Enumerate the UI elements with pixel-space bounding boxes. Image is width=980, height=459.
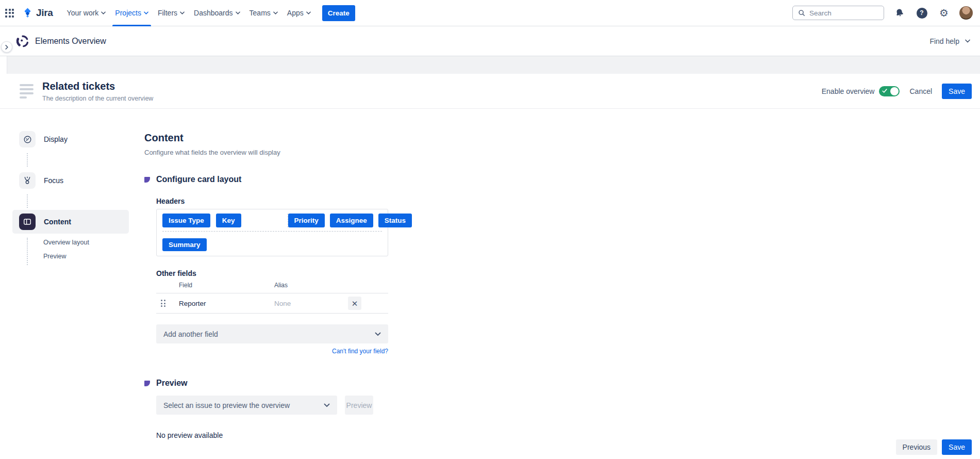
nav-right-cluster: ? ⚙ <box>792 6 973 20</box>
field-chip-key[interactable]: Key <box>216 214 241 227</box>
field-chip-issue-type[interactable]: Issue Type <box>162 214 210 227</box>
nav-item-label: Filters <box>158 9 177 17</box>
page-title: Elements Overview <box>35 37 106 46</box>
step-label: Focus <box>44 176 63 185</box>
column-header-alias: Alias <box>274 282 348 289</box>
step-label: Content <box>44 218 71 226</box>
field-chip-status[interactable]: Status <box>378 214 412 227</box>
overview-description: The description of the current overview <box>42 95 153 102</box>
card-layout-editor: Issue Type Key Priority Assignee Status … <box>156 209 388 256</box>
nav-item-filters[interactable]: Filters <box>153 0 189 26</box>
jira-logo-icon <box>22 7 34 19</box>
section-bullet-icon <box>144 381 150 386</box>
column-header-field: Field <box>179 282 274 289</box>
field-chip-summary[interactable]: Summary <box>162 238 207 251</box>
alias-input[interactable] <box>274 300 344 307</box>
sidebar-expand-button[interactable] <box>1 41 12 53</box>
overview-title: Related tickets <box>42 80 153 92</box>
enable-overview-toggle[interactable] <box>879 86 900 96</box>
step-content[interactable]: Content <box>12 210 129 234</box>
app-header: Elements Overview Find help <box>0 26 980 56</box>
nav-item-apps[interactable]: Apps <box>283 0 315 26</box>
footer-actions: Previous Save <box>896 439 972 455</box>
section-bullet-icon <box>144 177 150 183</box>
row-drag-handle-icon[interactable] <box>161 300 165 307</box>
overview-drag-handle-icon[interactable] <box>20 84 34 99</box>
step-label: Display <box>44 135 68 143</box>
chevron-down-icon <box>965 39 970 43</box>
content-substeps: Overview layout Preview <box>27 238 144 265</box>
previous-button[interactable]: Previous <box>896 439 937 455</box>
preview-select-placeholder: Select an issue to preview the overview <box>163 401 290 409</box>
nav-item-projects[interactable]: Projects <box>110 0 153 26</box>
cant-find-field-link[interactable]: Can't find your field? <box>332 348 388 355</box>
chevron-down-icon <box>236 11 240 14</box>
app-switcher-icon[interactable] <box>5 9 14 18</box>
add-field-placeholder: Add another field <box>163 330 218 338</box>
preview-button[interactable]: Preview <box>345 396 373 415</box>
stepper-connector <box>27 194 28 208</box>
focus-step-icon <box>19 172 36 189</box>
content-section-subtitle: Configure what fields the overview will … <box>144 149 388 156</box>
search-icon <box>798 9 805 17</box>
nav-item-label: Your work <box>67 9 99 17</box>
elements-overview-logo-icon <box>16 35 29 48</box>
save-button-bottom[interactable]: Save <box>942 439 972 455</box>
field-chip-priority[interactable]: Priority <box>288 214 325 227</box>
help-icon[interactable]: ? <box>915 6 928 20</box>
step-focus[interactable]: Focus <box>12 169 129 192</box>
page-background-band <box>7 56 980 74</box>
no-preview-text: No preview available <box>156 431 388 439</box>
card-layout-section-title: Configure card layout <box>156 175 241 184</box>
chevron-down-icon <box>180 11 185 14</box>
search-input[interactable] <box>809 9 878 17</box>
jira-brand-text: Jira <box>36 7 53 19</box>
headers-label: Headers <box>156 197 388 205</box>
cancel-button[interactable]: Cancel <box>909 87 932 95</box>
substep-preview[interactable]: Preview <box>43 253 144 260</box>
nav-item-dashboards[interactable]: Dashboards <box>189 0 245 26</box>
notifications-bell-icon[interactable] <box>893 6 906 20</box>
nav-item-label: Apps <box>287 9 304 17</box>
check-icon <box>882 89 887 93</box>
toggle-knob <box>890 87 899 95</box>
settings-gear-icon[interactable]: ⚙ <box>937 6 951 20</box>
find-help-label: Find help <box>929 37 959 45</box>
overview-config-page: Related tickets The description of the c… <box>0 74 980 459</box>
overview-header: Related tickets The description of the c… <box>0 74 980 109</box>
remove-field-button[interactable]: ✕ <box>348 297 361 310</box>
chevron-down-icon <box>324 403 330 407</box>
stepper-connector <box>27 153 28 167</box>
field-chip-assignee[interactable]: Assignee <box>330 214 373 227</box>
config-stepper: Display Focus <box>0 109 144 439</box>
content-panel: Content Configure what fields the overvi… <box>144 109 388 439</box>
global-search[interactable] <box>792 6 884 20</box>
nav-item-your-work[interactable]: Your work <box>62 0 111 26</box>
create-button[interactable]: Create <box>322 5 355 21</box>
step-display[interactable]: Display <box>12 127 129 151</box>
chevron-down-icon <box>273 11 278 14</box>
nav-item-teams[interactable]: Teams <box>245 0 283 26</box>
save-button-top[interactable]: Save <box>942 84 972 99</box>
display-step-icon <box>19 131 36 147</box>
find-help-menu[interactable]: Find help <box>929 37 970 45</box>
nav-item-label: Projects <box>115 9 141 17</box>
top-nav: Jira Your work Projects Filters Dashboar… <box>0 0 980 26</box>
nav-item-label: Teams <box>250 9 271 17</box>
substep-overview-layout[interactable]: Overview layout <box>43 239 144 246</box>
chevron-down-icon <box>306 11 311 14</box>
chevron-down-icon <box>144 11 148 14</box>
preview-issue-select[interactable]: Select an issue to preview the overview <box>156 396 337 415</box>
add-field-select[interactable]: Add another field <box>156 324 388 343</box>
chevron-down-icon <box>375 332 381 336</box>
chevron-down-icon <box>101 11 106 14</box>
field-name: Reporter <box>179 300 274 307</box>
card-layout-row-divider <box>162 231 382 232</box>
content-step-icon <box>19 214 36 230</box>
jira-brand[interactable]: Jira <box>22 7 53 19</box>
other-fields-table: Field Alias Reporter ✕ <box>156 282 388 314</box>
other-fields-label: Other fields <box>156 269 388 277</box>
table-row: Reporter ✕ <box>156 293 388 314</box>
enable-overview-label: Enable overview <box>822 87 875 95</box>
user-avatar[interactable] <box>959 6 973 20</box>
